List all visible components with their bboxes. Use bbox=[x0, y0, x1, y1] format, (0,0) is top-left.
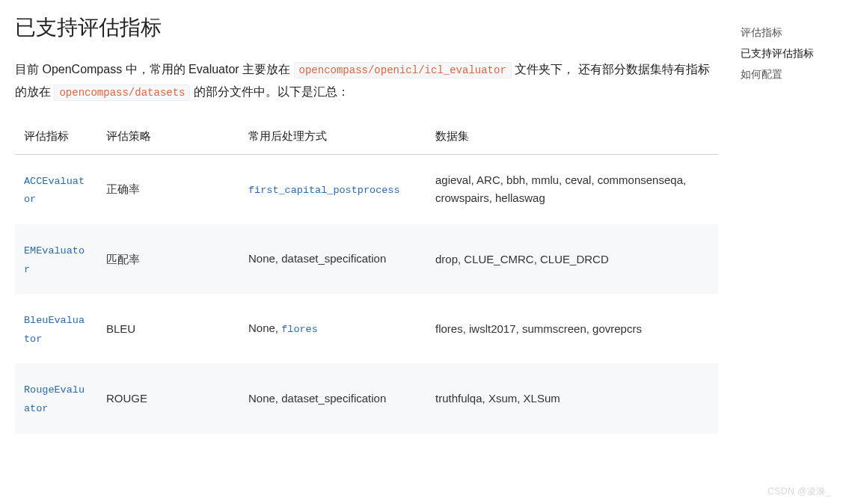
code-path-1: opencompass/openicl/icl_evaluator bbox=[294, 62, 512, 79]
toc-item[interactable]: 评估指标 bbox=[741, 22, 834, 43]
table-row: ACCEvaluator 正确率 first_capital_postproce… bbox=[15, 154, 718, 224]
table-row: BleuEvaluator BLEU None, flores flores, … bbox=[15, 294, 718, 363]
table-header-row: 评估指标 评估策略 常用后处理方式 数据集 bbox=[15, 119, 718, 155]
evaluator-table: 评估指标 评估策略 常用后处理方式 数据集 ACCEvaluator 正确率 f… bbox=[15, 119, 718, 434]
strategy-cell: BLEU bbox=[97, 294, 239, 363]
strategy-cell: 匹配率 bbox=[97, 224, 239, 294]
datasets-cell: drop, CLUE_CMRC, CLUE_DRCD bbox=[426, 224, 718, 294]
th-postprocess: 常用后处理方式 bbox=[239, 119, 426, 155]
table-row: RougeEvaluator ROUGE None, dataset_speci… bbox=[15, 363, 718, 433]
th-datasets: 数据集 bbox=[426, 119, 718, 155]
toc-item[interactable]: 已支持评估指标 bbox=[741, 43, 834, 64]
postprocess-link[interactable]: flores bbox=[281, 324, 318, 335]
postprocess-cell: None, dataset_specification bbox=[239, 363, 426, 433]
watermark: CSDN @凌漪_ bbox=[767, 485, 831, 498]
intro-text-3: 的部分文件中。以下是汇总： bbox=[194, 85, 349, 98]
evaluator-link[interactable]: RougeEvaluator bbox=[24, 384, 85, 414]
postprocess-cell: None, dataset_specification bbox=[239, 224, 426, 294]
datasets-cell: agieval, ARC, bbh, mmlu, ceval, commonse… bbox=[426, 154, 718, 224]
toc-sidebar: 评估指标 已支持评估指标 如何配置 bbox=[733, 0, 842, 504]
evaluator-link[interactable]: BleuEvaluator bbox=[24, 315, 85, 345]
page-title: 已支持评估指标 bbox=[15, 13, 718, 42]
datasets-cell: truthfulqa, Xsum, XLSum bbox=[426, 363, 718, 433]
code-path-2: opencompass/datasets bbox=[54, 84, 190, 101]
postprocess-link[interactable]: first_capital_postprocess bbox=[248, 185, 400, 196]
evaluator-link[interactable]: EMEvaluator bbox=[24, 245, 85, 275]
intro-paragraph: 目前 OpenCompass 中，常用的 Evaluator 主要放在 open… bbox=[15, 58, 718, 104]
evaluator-link[interactable]: ACCEvaluator bbox=[24, 176, 85, 206]
strategy-cell: 正确率 bbox=[97, 154, 239, 224]
intro-text-1: 目前 OpenCompass 中，常用的 Evaluator 主要放在 bbox=[15, 63, 294, 76]
th-evaluator: 评估指标 bbox=[15, 119, 97, 155]
datasets-cell: flores, iwslt2017, summscreen, govrepcrs bbox=[426, 294, 718, 363]
th-strategy: 评估策略 bbox=[97, 119, 239, 155]
postprocess-cell: None, flores bbox=[239, 294, 426, 363]
table-row: EMEvaluator 匹配率 None, dataset_specificat… bbox=[15, 224, 718, 294]
postprocess-cell: first_capital_postprocess bbox=[239, 154, 426, 224]
strategy-cell: ROUGE bbox=[97, 363, 239, 433]
main-content: 已支持评估指标 目前 OpenCompass 中，常用的 Evaluator 主… bbox=[0, 0, 733, 504]
toc-item[interactable]: 如何配置 bbox=[741, 64, 834, 85]
